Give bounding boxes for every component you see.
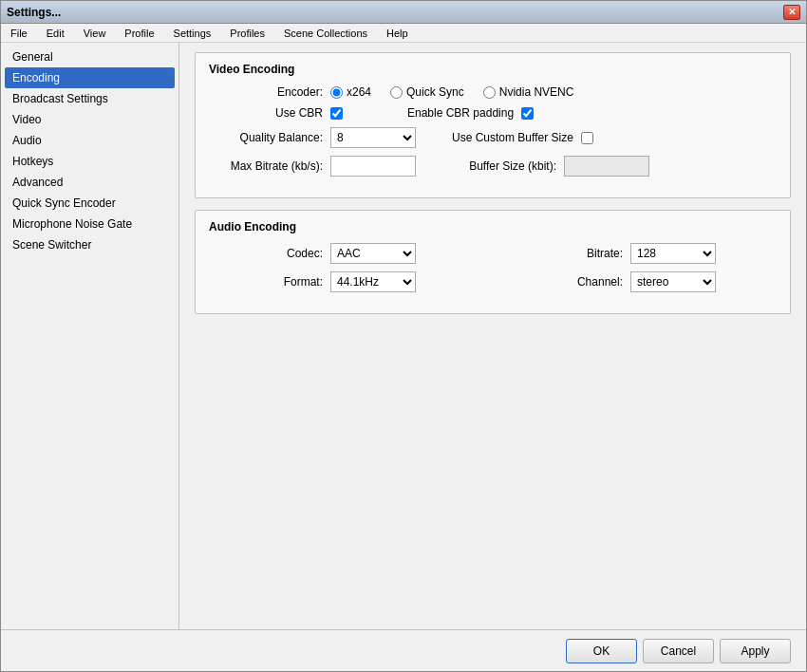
- max-bitrate-label: Max Bitrate (kb/s):: [209, 159, 323, 173]
- menu-profile[interactable]: Profile: [119, 26, 160, 41]
- encoder-label: Encoder:: [209, 85, 323, 99]
- menu-edit[interactable]: Edit: [41, 26, 70, 41]
- menu-profiles[interactable]: Profiles: [224, 26, 271, 41]
- settings-window: Settings... ✕ File Edit View Profile Set…: [0, 0, 807, 672]
- menu-view[interactable]: View: [78, 26, 112, 41]
- cancel-button[interactable]: Cancel: [643, 639, 714, 663]
- bitrate-label: Bitrate:: [518, 247, 623, 260]
- sidebar-item-general[interactable]: General: [5, 47, 175, 67]
- format-label: Format:: [209, 275, 323, 289]
- buffer-size-label: Buffer Size (kbit):: [452, 159, 556, 173]
- encoder-x264-label[interactable]: x264: [330, 85, 371, 99]
- bitrate-select[interactable]: 128 6496160192256320: [630, 243, 716, 264]
- codec-select[interactable]: AAC MP3: [330, 243, 416, 264]
- apply-button[interactable]: Apply: [720, 639, 791, 663]
- encoder-quicksync-label[interactable]: Quick Sync: [390, 85, 464, 99]
- menubar: File Edit View Profile Settings Profiles…: [1, 24, 806, 43]
- use-custom-buffer-label: Use Custom Buffer Size: [452, 131, 573, 144]
- menu-settings[interactable]: Settings: [168, 26, 217, 41]
- video-encoding-section: Video Encoding Encoder: x264 Quick Sync: [195, 52, 791, 198]
- codec-label: Codec:: [209, 247, 323, 260]
- encoder-radio-group: x264 Quick Sync Nvidia NVENC: [330, 85, 573, 99]
- window-title: Settings...: [7, 6, 61, 19]
- quality-buffer-row: Quality Balance: 8 1234 567910 Use Custo…: [209, 127, 777, 148]
- video-encoding-title: Video Encoding: [209, 63, 777, 76]
- use-custom-buffer-checkbox[interactable]: [581, 132, 593, 144]
- content-area: Video Encoding Encoder: x264 Quick Sync: [179, 43, 806, 629]
- bitrate-buffersize-row: Max Bitrate (kb/s): 600 Buffer Size (kbi…: [209, 156, 777, 177]
- sidebar-item-quicksync[interactable]: Quick Sync Encoder: [5, 193, 175, 214]
- encoder-quicksync-radio[interactable]: [390, 86, 403, 99]
- encoder-nvenc-label[interactable]: Nvidia NVENC: [483, 85, 574, 99]
- sidebar-item-audio[interactable]: Audio: [5, 130, 175, 151]
- sidebar-item-advanced[interactable]: Advanced: [5, 172, 175, 193]
- buffer-size-input[interactable]: 600: [564, 156, 649, 177]
- use-cbr-checkbox[interactable]: [330, 107, 343, 120]
- sidebar-item-video[interactable]: Video: [5, 109, 175, 130]
- format-channel-row: Format: 44.1kHz 48kHz Channel: stereo mo…: [209, 271, 777, 292]
- sidebar-item-sceneswitcher[interactable]: Scene Switcher: [5, 234, 175, 255]
- cbr-row: Use CBR Enable CBR padding: [209, 106, 777, 120]
- enable-cbr-padding-checkbox[interactable]: [521, 107, 534, 120]
- titlebar: Settings... ✕: [1, 1, 806, 24]
- use-cbr-label: Use CBR: [209, 106, 323, 120]
- encoder-x264-text: x264: [347, 85, 371, 99]
- encoder-nvenc-text: Nvidia NVENC: [499, 85, 574, 99]
- encoder-x264-radio[interactable]: [330, 86, 343, 99]
- sidebar-item-hotkeys[interactable]: Hotkeys: [5, 151, 175, 172]
- quality-balance-label: Quality Balance:: [209, 131, 323, 144]
- menu-help[interactable]: Help: [381, 26, 414, 41]
- encoder-row: Encoder: x264 Quick Sync Nvidia NVENC: [209, 85, 777, 99]
- sidebar-item-noisegate[interactable]: Microphone Noise Gate: [5, 214, 175, 234]
- enable-cbr-padding-label: Enable CBR padding: [407, 106, 514, 120]
- quality-balance-select[interactable]: 8 1234 567910: [330, 127, 416, 148]
- sidebar: General Encoding Broadcast Settings Vide…: [1, 43, 179, 629]
- encoder-nvenc-radio[interactable]: [483, 86, 496, 99]
- sidebar-item-encoding[interactable]: Encoding: [5, 67, 175, 88]
- encoder-quicksync-text: Quick Sync: [406, 85, 464, 99]
- channel-select[interactable]: stereo mono: [630, 271, 716, 292]
- ok-button[interactable]: OK: [566, 639, 637, 663]
- audio-encoding-section: Audio Encoding Codec: AAC MP3 Bitrate: 1…: [195, 210, 791, 314]
- main-content: General Encoding Broadcast Settings Vide…: [1, 43, 806, 629]
- menu-scene-collections[interactable]: Scene Collections: [278, 26, 373, 41]
- sidebar-item-broadcast[interactable]: Broadcast Settings: [5, 88, 175, 109]
- close-button[interactable]: ✕: [783, 5, 800, 20]
- max-bitrate-input[interactable]: 600: [330, 156, 416, 177]
- audio-encoding-title: Audio Encoding: [209, 220, 777, 233]
- menu-file[interactable]: File: [5, 26, 33, 41]
- channel-label: Channel:: [518, 275, 623, 289]
- codec-bitrate-row: Codec: AAC MP3 Bitrate: 128 649616019225…: [209, 243, 777, 264]
- format-select[interactable]: 44.1kHz 48kHz: [330, 271, 416, 292]
- footer: OK Cancel Apply: [1, 629, 806, 671]
